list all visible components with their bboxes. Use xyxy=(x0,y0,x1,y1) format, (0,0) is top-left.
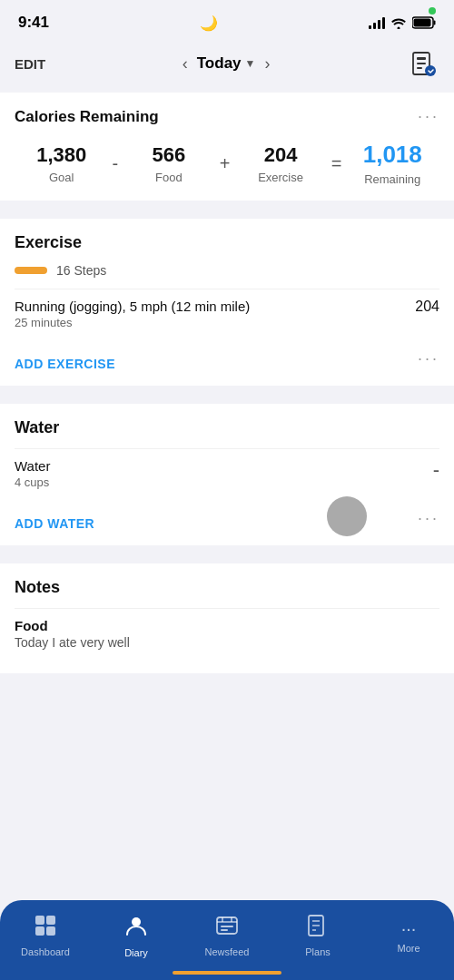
newsfeed-label: Newsfeed xyxy=(205,946,250,957)
svg-rect-2 xyxy=(434,21,436,25)
water-cups: 4 cups xyxy=(15,475,50,489)
water-entry-row: Water 4 cups - xyxy=(15,448,439,498)
wifi-icon xyxy=(390,16,407,29)
add-water-row: ADD WATER ··· xyxy=(15,498,439,531)
more-label: More xyxy=(397,943,419,954)
water-menu-button[interactable]: ··· xyxy=(418,509,439,528)
exercise-item: 204 Exercise xyxy=(233,143,327,184)
steps-text: 16 Steps xyxy=(56,263,106,278)
exercise-entry-row: Running (jogging), 5 mph (12 min mile) 2… xyxy=(15,289,439,338)
status-icons xyxy=(369,16,436,29)
minus-operator: - xyxy=(108,153,122,174)
remaining-value: 1,018 xyxy=(346,141,439,169)
date-selector[interactable]: Today ▼ xyxy=(197,54,256,73)
goal-item: 1,380 Goal xyxy=(15,143,108,184)
notes-food-label: Food xyxy=(15,618,439,633)
nav-item-more[interactable]: ··· More xyxy=(363,918,454,954)
steps-bar-icon xyxy=(15,267,47,274)
plus-operator: + xyxy=(216,153,234,174)
next-date-button[interactable]: › xyxy=(264,54,270,74)
svg-rect-8 xyxy=(35,916,44,925)
water-minus-button[interactable]: - xyxy=(433,458,439,482)
status-bar: 9:41 🌙 xyxy=(0,0,454,40)
bottom-navigation: Dashboard Diary Newsfeed xyxy=(0,900,454,980)
svg-rect-6 xyxy=(417,67,422,69)
food-value: 566 xyxy=(122,143,215,167)
top-navigation: EDIT ‹ Today ▼ › xyxy=(0,40,454,87)
water-name: Water xyxy=(15,458,50,474)
water-section-title: Water xyxy=(15,418,439,437)
notes-section-title: Notes xyxy=(15,578,439,597)
steps-row: 16 Steps xyxy=(15,263,439,278)
remaining-item: 1,018 Remaining xyxy=(346,141,439,186)
more-icon: ··· xyxy=(401,918,417,939)
edit-button[interactable]: EDIT xyxy=(15,56,45,72)
svg-rect-10 xyxy=(35,926,44,936)
add-exercise-button[interactable]: ADD EXERCISE xyxy=(15,346,115,371)
exercise-section-title: Exercise xyxy=(15,233,439,252)
svg-point-12 xyxy=(132,917,141,926)
water-card: Water Water 4 cups - ADD WATER ··· xyxy=(0,404,454,545)
calories-card: Calories Remaining ··· 1,380 Goal - 566 … xyxy=(0,93,454,201)
signal-icon xyxy=(369,16,385,29)
svg-rect-4 xyxy=(417,57,426,60)
exercise-value: 204 xyxy=(233,143,327,167)
notes-text: Today I ate very well xyxy=(15,635,439,650)
newsfeed-icon xyxy=(215,914,239,943)
exercise-label: Exercise xyxy=(233,171,327,184)
status-time: 9:41 xyxy=(18,14,49,32)
equals-operator: = xyxy=(328,153,346,174)
green-status-dot xyxy=(429,7,436,15)
svg-rect-11 xyxy=(46,926,55,936)
drag-handle[interactable] xyxy=(327,496,367,536)
svg-rect-1 xyxy=(414,19,431,27)
dashboard-label: Dashboard xyxy=(21,946,70,957)
log-icon-button[interactable] xyxy=(407,47,439,80)
add-water-button[interactable]: ADD WATER xyxy=(15,505,94,531)
exercise-name: Running (jogging), 5 mph (12 min mile) xyxy=(15,299,250,314)
dropdown-arrow-icon: ▼ xyxy=(245,57,256,70)
svg-rect-14 xyxy=(221,926,233,927)
notes-entry: Food Today I ate very well xyxy=(15,608,439,659)
calories-summary-row: 1,380 Goal - 566 Food + 204 Exercise = 1… xyxy=(15,141,439,186)
prev-date-button[interactable]: ‹ xyxy=(183,54,188,74)
home-indicator xyxy=(173,971,281,975)
battery-icon xyxy=(412,16,436,29)
exercise-duration: 25 minutes xyxy=(15,316,250,329)
notes-card: Notes Food Today I ate very well xyxy=(0,564,454,673)
nav-item-plans[interactable]: Plans xyxy=(272,914,363,957)
nav-item-diary[interactable]: Diary xyxy=(91,913,182,958)
svg-rect-5 xyxy=(417,63,426,64)
exercise-calories: 204 xyxy=(415,299,439,315)
diary-label: Diary xyxy=(124,947,148,958)
svg-rect-9 xyxy=(46,916,55,925)
food-label: Food xyxy=(122,171,215,184)
water-info: Water 4 cups xyxy=(15,458,50,489)
nav-item-dashboard[interactable]: Dashboard xyxy=(0,914,91,957)
food-item: 566 Food xyxy=(122,143,215,184)
diary-icon xyxy=(123,913,149,944)
remaining-label: Remaining xyxy=(346,172,439,186)
date-navigation: ‹ Today ▼ › xyxy=(183,54,271,74)
svg-point-7 xyxy=(425,65,436,76)
nav-item-newsfeed[interactable]: Newsfeed xyxy=(182,914,272,957)
calories-menu-button[interactable]: ··· xyxy=(418,107,439,126)
exercise-card: Exercise 16 Steps Running (jogging), 5 m… xyxy=(0,219,454,386)
calories-title: Calories Remaining xyxy=(15,108,159,126)
exercise-menu-button[interactable]: ··· xyxy=(418,349,439,368)
goal-label: Goal xyxy=(15,171,108,184)
plans-icon xyxy=(306,914,330,943)
exercise-info: Running (jogging), 5 mph (12 min mile) 2… xyxy=(15,299,250,329)
plans-label: Plans xyxy=(305,946,331,957)
dashboard-icon xyxy=(34,914,57,943)
add-exercise-row: ADD EXERCISE ··· xyxy=(15,338,439,371)
moon-icon: 🌙 xyxy=(200,15,218,32)
goal-value: 1,380 xyxy=(15,143,108,167)
svg-rect-15 xyxy=(221,929,228,931)
